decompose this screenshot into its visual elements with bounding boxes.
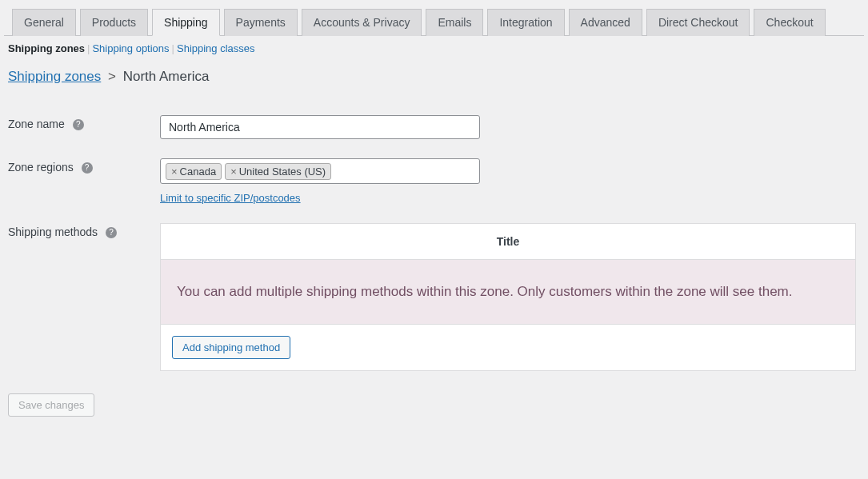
zone-name-label: Zone name <box>8 118 65 130</box>
tab-emails[interactable]: Emails <box>426 9 483 36</box>
subnav-shipping-zones[interactable]: Shipping zones <box>8 42 85 54</box>
subnav-shipping-options[interactable]: Shipping options <box>92 42 169 54</box>
help-icon[interactable]: ? <box>82 162 93 174</box>
save-changes-button[interactable]: Save changes <box>8 393 94 417</box>
zone-regions-select[interactable]: ×Canada×United States (US) <box>160 158 480 184</box>
remove-tag-icon[interactable]: × <box>230 166 237 178</box>
shipping-subnav: Shipping zones|Shipping options|Shipping… <box>4 36 864 54</box>
subnav-shipping-classes[interactable]: Shipping classes <box>177 42 255 54</box>
tab-payments[interactable]: Payments <box>224 9 298 36</box>
shipping-methods-label: Shipping methods <box>8 226 98 238</box>
limit-postcodes-link[interactable]: Limit to specific ZIP/postcodes <box>160 192 301 204</box>
tab-shipping[interactable]: Shipping <box>152 9 220 36</box>
tab-accounts-privacy[interactable]: Accounts & Privacy <box>302 9 422 36</box>
tab-products[interactable]: Products <box>80 9 148 36</box>
add-shipping-method-button[interactable]: Add shipping method <box>172 336 290 359</box>
tab-advanced[interactable]: Advanced <box>569 9 642 36</box>
remove-tag-icon[interactable]: × <box>171 166 178 178</box>
methods-empty-message: You can add multiple shipping methods wi… <box>161 260 855 324</box>
tab-general[interactable]: General <box>12 9 76 36</box>
zone-regions-label: Zone regions <box>8 161 74 174</box>
region-tag: ×Canada <box>166 163 222 180</box>
help-icon[interactable]: ? <box>73 119 84 130</box>
methods-title-header: Title <box>161 224 855 260</box>
help-icon[interactable]: ? <box>106 227 117 238</box>
breadcrumb-current: North America <box>123 69 210 84</box>
zone-name-input[interactable] <box>160 115 480 139</box>
region-tag: ×United States (US) <box>225 163 331 180</box>
tab-checkout[interactable]: Checkout <box>754 9 825 36</box>
shipping-methods-table: Title You can add multiple shipping meth… <box>160 223 856 371</box>
settings-tabs: GeneralProductsShippingPaymentsAccounts … <box>4 0 864 36</box>
breadcrumb-root-link[interactable]: Shipping zones <box>8 69 101 84</box>
breadcrumb: Shipping zones > North America <box>4 54 864 90</box>
tab-direct-checkout[interactable]: Direct Checkout <box>646 9 750 36</box>
breadcrumb-separator: > <box>108 69 116 84</box>
tab-integration[interactable]: Integration <box>487 9 564 36</box>
